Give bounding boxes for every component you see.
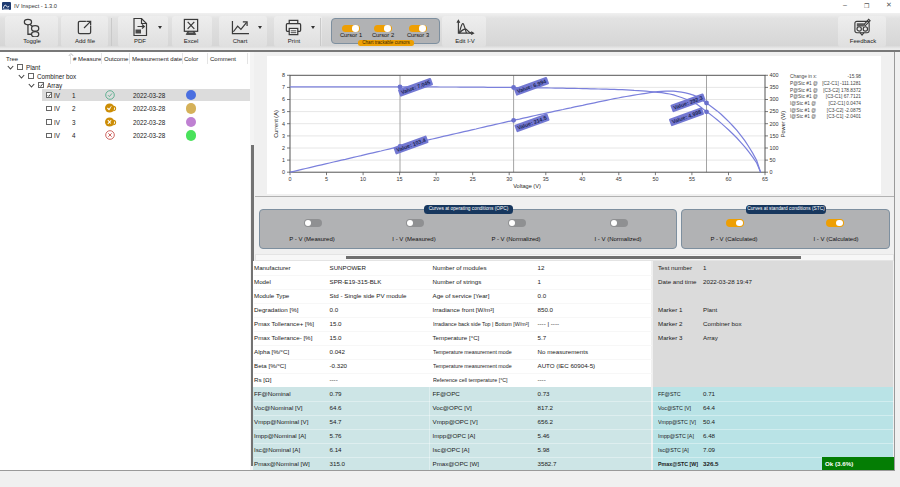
svg-text:250: 250	[770, 108, 779, 114]
svg-text:Voltage (V): Voltage (V)	[513, 183, 541, 189]
svg-text:6: 6	[282, 96, 285, 102]
svg-text:200: 200	[770, 121, 779, 127]
svg-text:[C3-C1] -2.0401: [C3-C1] -2.0401	[827, 114, 861, 119]
svg-text:0: 0	[289, 176, 292, 182]
svg-text:[C3-C1] 67.7121: [C3-C1] 67.7121	[826, 94, 862, 99]
svg-text:10: 10	[360, 176, 366, 182]
svg-text:40: 40	[579, 176, 585, 182]
svg-text:8: 8	[282, 72, 285, 78]
svg-text:350: 350	[770, 84, 779, 90]
svg-text:25: 25	[470, 176, 476, 182]
svg-text:100: 100	[770, 145, 779, 151]
svg-text:1: 1	[282, 157, 285, 163]
svg-text:65: 65	[762, 176, 768, 182]
svg-text:[C2-C1] 0.0474: [C2-C1] 0.0474	[828, 101, 861, 106]
svg-text:P@Stc #1 @: P@Stc #1 @	[790, 88, 818, 93]
svg-text:5: 5	[325, 176, 328, 182]
svg-text:[C2-C1] -111.1281: [C2-C1] -111.1281	[822, 81, 861, 86]
svg-text:0: 0	[282, 169, 285, 175]
svg-text:Current (A): Current (A)	[273, 110, 279, 138]
svg-text:5: 5	[282, 108, 285, 114]
svg-text:I@Stc #1 @: I@Stc #1 @	[790, 108, 816, 113]
svg-text:55: 55	[689, 176, 695, 182]
svg-text:4: 4	[282, 121, 285, 127]
svg-text:I@Stc #1 @: I@Stc #1 @	[790, 114, 816, 119]
svg-text:3: 3	[282, 133, 285, 139]
svg-text:[C3-C2] 178.8372: [C3-C2] 178.8372	[823, 88, 861, 93]
svg-text:400: 400	[770, 72, 779, 78]
svg-text:-15.98: -15.98	[847, 74, 861, 79]
svg-text:Change in x:: Change in x:	[790, 74, 817, 79]
svg-text:P@Stc #1 @: P@Stc #1 @	[790, 94, 818, 99]
svg-text:2: 2	[282, 145, 285, 151]
svg-text:20: 20	[433, 176, 439, 182]
svg-text:0: 0	[770, 169, 773, 175]
svg-text:300: 300	[770, 96, 779, 102]
svg-text:60: 60	[726, 176, 732, 182]
svg-text:P@Stc #1 @: P@Stc #1 @	[790, 81, 818, 86]
svg-text:150: 150	[770, 133, 779, 139]
svg-text:Power (W): Power (W)	[780, 111, 786, 138]
svg-text:50: 50	[770, 157, 776, 163]
svg-text:15: 15	[397, 176, 403, 182]
svg-text:7: 7	[282, 84, 285, 90]
svg-text:I@Stc #1 @: I@Stc #1 @	[790, 101, 816, 106]
svg-text:30: 30	[506, 176, 512, 182]
svg-text:35: 35	[543, 176, 549, 182]
svg-text:45: 45	[616, 176, 622, 182]
svg-text:[C3-C2] -2.0875: [C3-C2] -2.0875	[827, 108, 861, 113]
svg-text:50: 50	[652, 176, 658, 182]
